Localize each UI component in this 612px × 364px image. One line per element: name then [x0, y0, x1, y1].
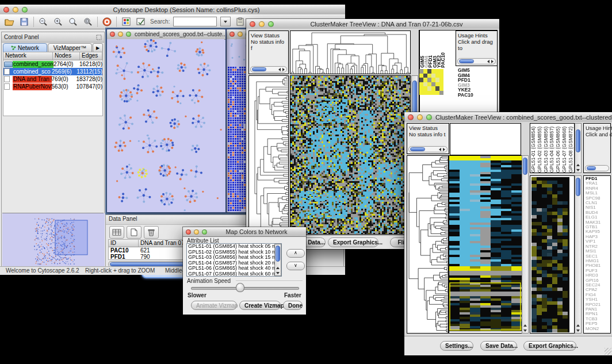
save-data-button[interactable]: Save Data... — [480, 341, 517, 351]
column-dendrogram-canvas[interactable] — [290, 31, 410, 74]
create-vizmap-button[interactable]: Create Vizmap — [239, 301, 281, 310]
scroll-left-icon[interactable] — [487, 60, 489, 63]
close-button[interactable] — [230, 32, 235, 37]
scroll-left-icon[interactable] — [439, 148, 441, 151]
zoom-heatmap-canvas[interactable] — [531, 177, 569, 332]
matrix-cell[interactable] — [439, 74, 443, 78]
attribute-select-button[interactable] — [109, 226, 124, 239]
matrix-cell[interactable] — [431, 78, 435, 82]
minimize-button[interactable] — [259, 21, 265, 27]
treeview-dna-titlebar[interactable]: ClusterMaker TreeView : DNA and Tran 07-… — [246, 19, 499, 29]
close-button[interactable] — [408, 114, 414, 120]
matrix-cell[interactable] — [427, 82, 431, 87]
zoom-out-button[interactable] — [37, 16, 49, 28]
annotation-button[interactable] — [135, 16, 147, 28]
animation-speed-slider-track[interactable] — [191, 287, 299, 290]
matrix-column-label[interactable]: PAC10 — [441, 52, 445, 68]
delete-attribute-button[interactable] — [144, 226, 159, 239]
column-label[interactable]: GPL51-06 (GSM865) — [555, 127, 561, 173]
row-dendrogram-canvas[interactable] — [407, 156, 448, 333]
zoom-button[interactable] — [426, 114, 432, 120]
matrix-cell[interactable] — [419, 82, 423, 87]
scrollbar-thumb[interactable] — [523, 158, 527, 175]
column-label[interactable]: GPL51-01 (GSM854) — [530, 127, 537, 173]
attribute-browser-button[interactable] — [120, 16, 132, 28]
scroll-down-icon[interactable] — [523, 329, 527, 332]
matrix-cell[interactable] — [419, 69, 423, 74]
view-status-hscrollbar[interactable] — [408, 146, 447, 152]
zoom-button[interactable] — [22, 7, 28, 13]
scroll-right-icon[interactable] — [282, 68, 285, 71]
matrix-row-label[interactable]: PAC10 — [458, 93, 473, 98]
save-session-button[interactable] — [18, 16, 30, 28]
minimize-button[interactable] — [13, 7, 18, 13]
export-graphics-button[interactable]: Export Graphics... — [523, 341, 576, 351]
scroll-down-icon[interactable] — [276, 272, 280, 274]
zoom-button[interactable] — [126, 32, 131, 37]
matrix-cell[interactable] — [439, 82, 443, 87]
move-up-button[interactable]: ∧ — [286, 249, 305, 258]
matrix-cell[interactable] — [419, 74, 423, 78]
zoom-heatmap-vscrollbar[interactable] — [575, 175, 582, 334]
scroll-up-icon[interactable] — [576, 164, 580, 166]
matrix-cell[interactable] — [431, 86, 435, 91]
notes-button[interactable] — [234, 16, 246, 28]
col-header-nodes[interactable]: Nodes — [53, 52, 80, 60]
zoom-in-button[interactable] — [52, 16, 64, 28]
similarity-matrix[interactable] — [419, 69, 443, 95]
matrix-cell[interactable] — [427, 91, 431, 95]
matrix-cell[interactable] — [431, 74, 435, 78]
matrix-cell[interactable] — [435, 74, 439, 78]
network-table-row[interactable]: RNAPuberNov2+l 563(0) 107847(0) — [3, 83, 102, 90]
matrix-cell[interactable] — [423, 69, 427, 74]
minimize-button[interactable] — [118, 32, 123, 37]
row-dendrogram-canvas[interactable] — [249, 76, 288, 234]
zoom-selected-button[interactable] — [82, 16, 94, 28]
scroll-right-icon[interactable] — [443, 148, 445, 151]
column-label[interactable]: GPL51-02 (GSM855) — [537, 127, 543, 173]
network-view-canvas[interactable] — [107, 39, 224, 211]
scroll-up-icon[interactable] — [523, 324, 527, 327]
minimize-button[interactable] — [194, 229, 199, 235]
scrollbar-thumb[interactable] — [576, 129, 580, 152]
scroll-left-icon[interactable] — [278, 68, 281, 71]
matrix-cell[interactable] — [419, 86, 423, 91]
close-button[interactable] — [250, 21, 255, 27]
new-attribute-button[interactable] — [127, 226, 141, 239]
scrollbar-thumb[interactable] — [252, 67, 266, 71]
network-table-row[interactable]: combined_scores 2764(0) 16218(0) — [3, 60, 102, 68]
zoom-button[interactable] — [202, 229, 207, 235]
animate-vizmap-button[interactable]: Animate Vizmap — [191, 301, 237, 310]
matrix-cell[interactable] — [427, 69, 431, 74]
scrollbar-thumb[interactable] — [276, 246, 280, 262]
settings-button[interactable]: Settings... — [440, 341, 473, 351]
col-header-edges[interactable]: Edges — [80, 52, 102, 60]
matrix-cell[interactable] — [431, 69, 435, 74]
network-table-header[interactable]: Network Nodes Edges — [3, 52, 102, 60]
matrix-cell[interactable] — [423, 74, 427, 78]
map-dialog-titlebar[interactable]: Map Colors to Network — [183, 227, 306, 237]
matrix-cell[interactable] — [431, 82, 435, 87]
col-header-id[interactable]: ID — [109, 240, 139, 247]
column-label[interactable]: GPL51-03 (GSM856) — [543, 127, 549, 173]
matrix-cell[interactable] — [435, 78, 439, 82]
usage-hints-hscrollbar[interactable] — [457, 58, 496, 64]
resize-grip[interactable] — [605, 348, 611, 355]
matrix-cell[interactable] — [435, 91, 439, 95]
help-button[interactable] — [101, 16, 113, 28]
scrollbar-thumb[interactable] — [459, 59, 474, 63]
heatmap-canvas[interactable] — [290, 76, 410, 234]
matrix-cell[interactable] — [423, 82, 427, 87]
heatmap-panel[interactable] — [290, 75, 411, 235]
column-label[interactable]: GPL51-04 (GSM857) — [549, 127, 555, 173]
minimize-button[interactable] — [238, 32, 243, 37]
gene-label[interactable]: MON2 — [586, 327, 610, 331]
column-label[interactable]: GPL51-07 (GSM868) — [561, 127, 568, 173]
matrix-cell[interactable] — [423, 91, 427, 95]
done-button[interactable]: Done — [283, 301, 303, 310]
network-table-row[interactable]: DNA and Tran 07 769(0) 183728(0) — [3, 75, 102, 83]
row-dendrogram-panel[interactable] — [407, 155, 449, 334]
close-button[interactable] — [186, 229, 191, 235]
close-button[interactable] — [110, 32, 115, 37]
matrix-cell[interactable] — [431, 91, 435, 95]
